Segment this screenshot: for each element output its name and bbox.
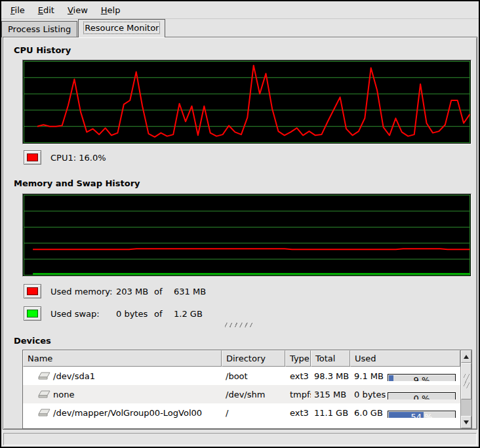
tab-resource-monitor-label: Resource Monitor	[85, 23, 159, 33]
memory-history-title: Memory and Swap History	[14, 178, 140, 188]
memory-legend-row: Used memory: 203 MB of 631 MB	[24, 283, 206, 299]
usage-percent-label: 54 %	[388, 411, 455, 418]
menu-view[interactable]: View	[61, 3, 94, 18]
memory-total-value: 631 MB	[174, 287, 206, 296]
devices-title: Devices	[14, 336, 51, 346]
arrow-down-icon	[464, 420, 469, 424]
device-type: ext3	[285, 371, 311, 381]
device-name: /dev/mapper/VolGroup00-LogVol00	[53, 408, 202, 418]
devices-table-header: Name Directory Type Total Used	[23, 350, 460, 367]
memory-color-swatch	[27, 287, 38, 295]
device-used: 0 bytes	[354, 390, 386, 399]
cpu-legend-label: CPU1: 16.0%	[50, 153, 106, 163]
tab-process-listing[interactable]: Process Listing	[1, 21, 77, 37]
column-header-type[interactable]: Type	[285, 350, 311, 367]
memory-legend-text: Used memory: 203 MB of 631 MB	[50, 287, 206, 296]
tab-process-listing-label: Process Listing	[8, 24, 71, 34]
device-type: tmpfs	[285, 390, 311, 399]
app-window: File Edit View Help Process Listing Reso…	[0, 0, 480, 448]
scroll-down-button[interactable]	[461, 416, 471, 428]
swap-used-value: 0 bytes	[116, 309, 154, 319]
swap-legend-label: Used swap:	[50, 309, 116, 319]
swap-color-swatch	[27, 310, 38, 317]
menu-file[interactable]: File	[4, 3, 31, 18]
memory-of-text: of	[154, 287, 174, 296]
usage-percent-label: 9 %	[388, 375, 455, 381]
memory-used-value: 203 MB	[116, 287, 154, 296]
table-row[interactable]: /dev/sda1 /boot ext3 98.3 MB 9.1 MB 9 %	[23, 367, 460, 385]
column-header-directory[interactable]: Directory	[222, 350, 285, 367]
device-directory: /boot	[222, 371, 285, 381]
cpu-history-title: CPU History	[14, 45, 71, 55]
cpu-legend-row: CPU1: 16.0%	[24, 150, 106, 165]
devices-table-frame: Name Directory Type Total Used /dev/sda1	[22, 350, 472, 429]
device-used-cell: 9.1 MB 9 %	[350, 371, 460, 381]
swap-legend-row: Used swap: 0 bytes of 1.2 GB	[24, 306, 203, 321]
swap-of-text: of	[154, 309, 174, 319]
arrow-up-icon	[464, 355, 469, 359]
device-used-cell: 0 bytes 0 %	[350, 390, 460, 399]
memory-color-swatch-button[interactable]	[24, 284, 41, 298]
table-row[interactable]: /dev/mapper/VolGroup00-LogVol00 / ext3 1…	[23, 403, 460, 422]
cpu-history-chart	[22, 60, 471, 144]
cpu-color-swatch-button[interactable]	[24, 150, 41, 165]
resource-monitor-page: CPU History CPU1: 16.0% Memory and Swap …	[3, 37, 477, 430]
device-type: ext3	[285, 408, 311, 418]
harddisk-icon	[37, 371, 51, 381]
device-total: 98.3 MB	[311, 371, 350, 381]
scroll-up-button[interactable]	[461, 350, 471, 363]
memory-swap-chart	[22, 193, 471, 277]
memory-legend-label: Used memory:	[50, 287, 116, 296]
device-used-cell: 6.0 GB 54 %	[350, 408, 460, 418]
usage-progress-bar: 0 %	[388, 392, 456, 399]
device-directory: /dev/shm	[222, 390, 285, 399]
pane-resize-handle[interactable]	[225, 323, 255, 327]
harddisk-icon	[37, 390, 51, 399]
table-row[interactable]: none /dev/shm tmpfs 315 MB 0 bytes 0 %	[23, 385, 460, 403]
tab-bar: Process Listing Resource Monitor	[1, 20, 166, 37]
tab-resource-monitor[interactable]: Resource Monitor	[78, 19, 165, 37]
status-bar	[3, 433, 477, 445]
device-used: 9.1 MB	[354, 371, 384, 381]
scrollbar-grip-icon	[464, 374, 470, 388]
usage-progress-bar: 9 %	[388, 374, 456, 381]
column-header-name[interactable]: Name	[23, 350, 222, 367]
scrollbar-thumb[interactable]	[461, 363, 471, 399]
harddisk-icon	[37, 408, 51, 418]
menu-help[interactable]: Help	[94, 3, 127, 18]
devices-table: Name Directory Type Total Used /dev/sda1	[23, 350, 460, 428]
swap-total-value: 1.2 GB	[174, 309, 203, 319]
swap-legend-text: Used swap: 0 bytes of 1.2 GB	[50, 309, 203, 319]
column-header-total[interactable]: Total	[311, 350, 350, 367]
cpu-color-swatch	[27, 153, 38, 161]
device-total: 11.1 GB	[311, 408, 350, 418]
menu-edit[interactable]: Edit	[31, 3, 61, 18]
scrollbar-trough[interactable]	[461, 399, 471, 416]
swap-color-swatch-button[interactable]	[24, 306, 41, 321]
column-header-used[interactable]: Used	[350, 350, 460, 367]
vertical-scrollbar[interactable]	[460, 350, 471, 428]
device-name: none	[53, 390, 74, 399]
device-name: /dev/sda1	[53, 371, 95, 381]
usage-progress-bar: 54 %	[388, 411, 456, 418]
device-directory: /	[222, 408, 285, 418]
device-used: 6.0 GB	[354, 408, 383, 418]
usage-percent-label: 0 %	[388, 393, 455, 399]
device-total: 315 MB	[311, 390, 350, 399]
menu-bar: File Edit View Help	[1, 1, 479, 19]
